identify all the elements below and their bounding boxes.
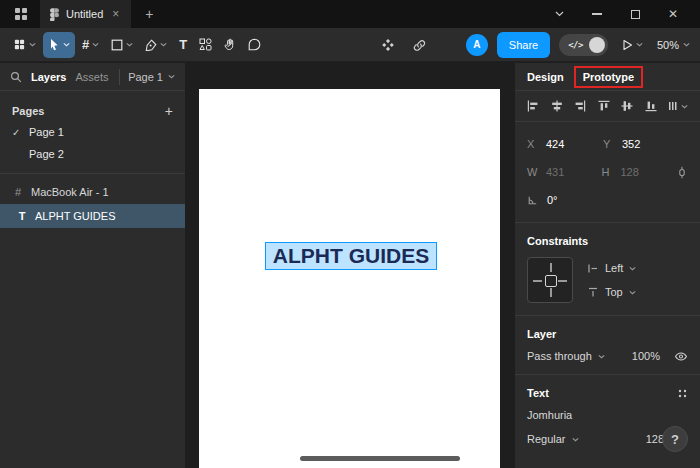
layers-section: # MacBook Air - 1 T ALPHT GUIDES <box>0 173 185 228</box>
visibility-eye-icon[interactable] <box>674 351 688 362</box>
horizontal-constraint-dropdown[interactable]: Left <box>587 262 636 274</box>
close-tab-icon[interactable]: × <box>110 8 121 20</box>
canvas[interactable]: ALPHT GUIDES <box>185 63 515 468</box>
zoom-level: 50% <box>657 39 679 51</box>
rotation-field[interactable]: 0° <box>527 194 603 206</box>
tidy-up-button[interactable] <box>668 100 688 112</box>
comment-bubble-icon <box>248 38 261 51</box>
main-menu-button[interactable] <box>8 32 41 58</box>
constrain-proportions-toggle[interactable] <box>676 166 688 179</box>
text-layer-icon: T <box>16 210 28 222</box>
vertical-constraint-dropdown[interactable]: Top <box>587 286 636 298</box>
vertical-constraint-icon <box>587 287 599 298</box>
main-area: Layers Assets Page 1 Pages + ✓ Pag <box>0 63 700 468</box>
font-style-dropdown[interactable]: Regular <box>527 433 579 445</box>
window-tab-bar: Untitled × + ✕ <box>0 0 700 28</box>
rotation-value: 0° <box>547 194 558 206</box>
horizontal-constraint-value: Left <box>605 262 623 274</box>
layer-item-frame[interactable]: # MacBook Air - 1 <box>0 180 185 204</box>
y-position-field[interactable]: Y 352 <box>603 138 679 150</box>
annotation-highlight-box: Prototype <box>574 66 643 88</box>
blend-mode-dropdown[interactable]: Pass through <box>527 350 632 362</box>
pen-tool-button[interactable] <box>140 32 172 58</box>
share-button[interactable]: Share <box>497 32 550 58</box>
tab-assets[interactable]: Assets <box>75 71 108 83</box>
align-top-icon[interactable] <box>598 100 610 112</box>
window-menu-button[interactable] <box>540 0 578 28</box>
frame-layer-icon: # <box>12 186 24 198</box>
width-field[interactable]: W 431 <box>527 166 602 178</box>
align-bottom-icon[interactable] <box>645 100 657 112</box>
text-tool-button[interactable]: T <box>174 32 192 58</box>
constraints-widget[interactable] <box>527 257 573 303</box>
canvas-text-selection[interactable]: ALPHT GUIDES <box>265 242 437 270</box>
page-selector[interactable]: Page 1 <box>119 69 175 85</box>
page-item-page-1[interactable]: ✓ Page 1 <box>0 121 185 143</box>
add-page-button[interactable]: + <box>165 103 173 119</box>
constrain-proportions-icon <box>676 166 688 179</box>
x-position-field[interactable]: X 424 <box>527 138 603 150</box>
file-tab[interactable]: Untitled × <box>40 0 131 28</box>
toolbar-center-group <box>376 28 431 62</box>
chevron-down-icon <box>63 42 70 47</box>
figma-app-window: Untitled × + ✕ <box>0 0 700 468</box>
right-panel-tabs: Design Prototype <box>515 63 700 91</box>
position-section: X 424 Y 352 W 431 H 128 <box>515 122 700 223</box>
canvas-frame-macbook-air-1[interactable]: ALPHT GUIDES <box>199 89 500 468</box>
window-close-button[interactable]: ✕ <box>654 0 692 28</box>
layer-item-text-selected[interactable]: T ALPHT GUIDES <box>0 204 185 228</box>
tab-prototype[interactable]: Prototype <box>583 71 634 83</box>
window-minimize-button[interactable] <box>578 0 616 28</box>
vertical-constraint-value: Top <box>605 286 623 298</box>
alignment-toolbar <box>515 91 700 122</box>
height-field[interactable]: H 128 <box>602 166 677 178</box>
move-tool-button[interactable] <box>43 32 75 58</box>
opacity-field[interactable]: 100% <box>632 350 660 362</box>
search-icon[interactable] <box>10 71 22 83</box>
chevron-down-icon <box>168 74 175 79</box>
component-icon <box>381 38 395 52</box>
create-component-button[interactable] <box>376 32 400 58</box>
check-icon: ✓ <box>12 127 22 138</box>
align-left-icon[interactable] <box>527 100 539 112</box>
new-tab-button[interactable]: + <box>137 6 161 22</box>
dev-mode-icon: </> <box>568 40 583 50</box>
page-item-page-2[interactable]: Page 2 <box>0 143 185 165</box>
left-panel-tabs: Layers Assets Page 1 <box>0 63 185 91</box>
align-vertical-center-icon[interactable] <box>621 100 633 112</box>
chevron-down-icon <box>126 42 133 47</box>
horizontal-scrollbar[interactable] <box>300 456 460 461</box>
frame-tool-icon: # <box>82 37 89 52</box>
chevron-down-icon <box>636 42 643 47</box>
zoom-menu[interactable]: 50% <box>657 39 690 51</box>
height-value: 128 <box>621 166 639 178</box>
frame-tool-button[interactable]: # <box>77 32 104 58</box>
chevron-down-icon <box>598 354 605 359</box>
shape-tool-button[interactable] <box>106 32 138 58</box>
dev-mode-switch-knob <box>589 37 605 53</box>
create-link-button[interactable] <box>408 32 431 58</box>
styles-icon[interactable] <box>677 388 688 399</box>
comment-tool-button[interactable] <box>243 32 266 58</box>
maximize-icon <box>631 10 640 19</box>
layer-item-label: MacBook Air - 1 <box>31 186 109 198</box>
home-button[interactable] <box>8 3 34 25</box>
chevron-down-icon <box>681 104 688 109</box>
hand-tool-button[interactable] <box>219 32 241 58</box>
present-button[interactable] <box>617 32 648 58</box>
link-icon <box>413 39 426 52</box>
align-right-icon[interactable] <box>574 100 586 112</box>
text-header: Text <box>527 387 549 399</box>
window-maximize-button[interactable] <box>616 0 654 28</box>
chevron-down-icon <box>29 42 36 47</box>
resources-shapes-icon <box>199 38 212 51</box>
tab-design[interactable]: Design <box>527 71 564 83</box>
user-avatar[interactable]: A <box>466 34 488 56</box>
align-horizontal-center-icon[interactable] <box>551 100 563 112</box>
resources-button[interactable] <box>194 32 217 58</box>
font-family-dropdown[interactable]: Jomhuria <box>527 409 688 421</box>
tab-layers[interactable]: Layers <box>31 71 66 83</box>
help-button[interactable]: ? <box>662 426 688 452</box>
dev-mode-toggle[interactable]: </> <box>559 34 608 56</box>
chevron-down-icon <box>629 266 636 271</box>
